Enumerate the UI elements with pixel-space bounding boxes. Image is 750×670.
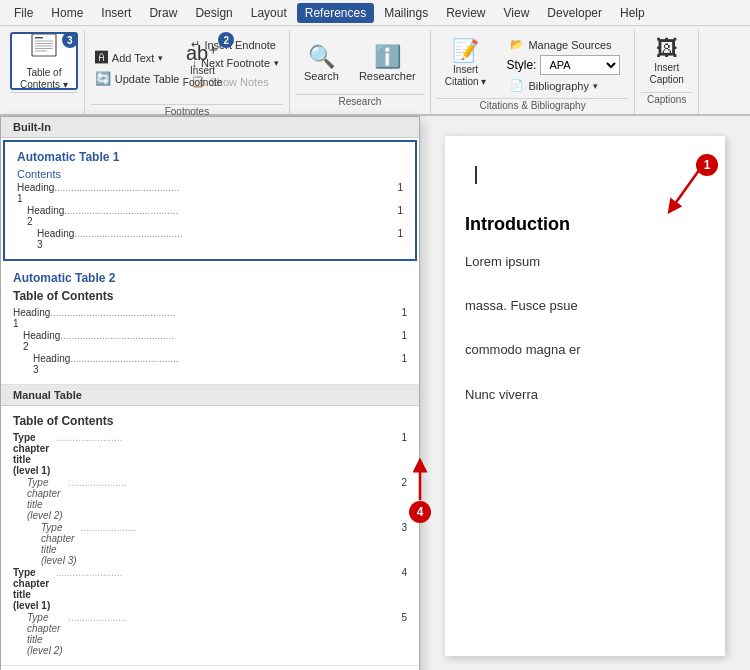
builtin-section-label: Built-In xyxy=(1,117,419,138)
menu-insert[interactable]: Insert xyxy=(93,3,139,23)
bib-icon: 📄 xyxy=(510,79,524,92)
more-tables-link[interactable]: 🌐 More Tables of Contents from Office.co… xyxy=(1,666,419,670)
citations-right: 📂 Manage Sources Style: APA MLA Chicago … xyxy=(498,34,628,96)
callout-4: 4 xyxy=(405,440,475,523)
manual-row-1: Type chapter title (level 1) ...........… xyxy=(13,432,407,476)
toc-button[interactable]: Table ofContents ▾ 3 xyxy=(10,32,78,90)
toc-icon xyxy=(30,31,58,65)
manual-table-title: Table of Contents xyxy=(13,414,407,428)
toc-row-h2: Heading 2 ..............................… xyxy=(17,205,403,227)
update-table-button[interactable]: 🔄 Update Table xyxy=(91,69,184,88)
bibliography-button[interactable]: 📄 Bibliography ▾ xyxy=(506,77,620,94)
doc-body-text: Lorem ipsum massa. Fusce psue commodo ma… xyxy=(465,251,705,406)
toc-group-label xyxy=(10,92,78,95)
manual-row-2: Type chapter title (level 2) ...........… xyxy=(13,477,407,521)
menu-bar: File Home Insert Draw Design Layout Refe… xyxy=(0,0,750,26)
svg-line-8 xyxy=(672,166,702,208)
insert-footnote-button[interactable]: ab⁺ InsertFootnote 2 xyxy=(175,36,230,94)
toc-badge: 3 xyxy=(62,32,78,48)
svg-rect-6 xyxy=(35,51,47,52)
menu-home[interactable]: Home xyxy=(43,3,91,23)
research-group-label: Research xyxy=(296,94,424,108)
toc-btn-label: Table ofContents ▾ xyxy=(20,67,68,91)
auto2-row-h2: Heading 2 ..............................… xyxy=(13,330,407,352)
svg-rect-4 xyxy=(35,46,53,47)
manual-table-option[interactable]: Table of Contents Type chapter title (le… xyxy=(1,406,419,666)
auto-table-1-title: Automatic Table 1 xyxy=(17,150,403,164)
ribbon-group-captions: 🖼 InsertCaption Captions xyxy=(635,30,698,114)
menu-layout[interactable]: Layout xyxy=(243,3,295,23)
search-icon: 🔍 xyxy=(308,44,335,70)
manual-row-5: Type chapter title (level 2) ...........… xyxy=(13,612,407,656)
insert-caption-button[interactable]: 🖼 InsertCaption xyxy=(641,32,691,90)
style-select[interactable]: APA MLA Chicago xyxy=(540,55,620,75)
menu-review[interactable]: Review xyxy=(438,3,493,23)
svg-rect-3 xyxy=(35,43,53,44)
ribbon-group-toc: Table ofContents ▾ 3 xyxy=(4,30,85,114)
add-text-icon: 🅰 xyxy=(95,50,108,65)
auto-table-2-title: Automatic Table 2 xyxy=(13,271,407,285)
menu-help[interactable]: Help xyxy=(612,3,653,23)
ribbon: Table ofContents ▾ 3 🅰 Add Text ▾ 🔄 Upda… xyxy=(0,26,750,116)
researcher-icon: ℹ️ xyxy=(374,44,401,70)
style-label: Style: xyxy=(506,58,536,72)
menu-references[interactable]: References xyxy=(297,3,374,23)
citation-icon: 📝 xyxy=(452,38,479,64)
manual-row-3: Type chapter title (level 3) ...........… xyxy=(13,522,407,566)
toc-row-h1: Heading 1 ..............................… xyxy=(17,182,403,204)
svg-rect-2 xyxy=(35,41,53,42)
citations-group-label: Citations & Bibliography xyxy=(437,98,629,112)
caption-icon: 🖼 xyxy=(656,36,678,62)
menu-mailings[interactable]: Mailings xyxy=(376,3,436,23)
menu-file[interactable]: File xyxy=(6,3,41,23)
ribbon-group-research: 🔍 Search ℹ️ Researcher Research xyxy=(290,30,431,114)
insert-citation-button[interactable]: 📝 InsertCitation ▾ xyxy=(437,34,495,92)
ribbon-group-citations: 📝 InsertCitation ▾ 📂 Manage Sources Styl… xyxy=(431,30,636,114)
manual-row-4: Type chapter title (level 1) ...........… xyxy=(13,567,407,611)
ribbon-group-footnotes: 🅰 Add Text ▾ 🔄 Update Table ↵ Insert End… xyxy=(85,30,290,114)
svg-rect-5 xyxy=(35,48,53,49)
menu-view[interactable]: View xyxy=(496,3,538,23)
update-icon: 🔄 xyxy=(95,71,111,86)
auto-table-1-option[interactable]: Automatic Table 1 Contents Heading 1 ...… xyxy=(3,140,417,261)
auto2-row-h3: Heading 3 ..............................… xyxy=(13,353,407,375)
text-update-stack: 🅰 Add Text ▾ 🔄 Update Table xyxy=(91,34,184,102)
menu-draw[interactable]: Draw xyxy=(141,3,185,23)
manage-icon: 📂 xyxy=(510,38,524,51)
style-row: Style: APA MLA Chicago xyxy=(506,55,620,75)
toc-dropdown: Built-In Automatic Table 1 Contents Head… xyxy=(0,116,420,670)
menu-developer[interactable]: Developer xyxy=(539,3,610,23)
auto-table-2-contents-label: Table of Contents xyxy=(13,289,407,303)
manage-sources-button[interactable]: 📂 Manage Sources xyxy=(506,36,620,53)
auto-table-1-contents-label: Contents xyxy=(17,168,403,180)
captions-group-label: Captions xyxy=(641,92,691,106)
auto2-row-h1: Heading 1 ..............................… xyxy=(13,307,407,329)
toc-row-h3: Heading 3 ..............................… xyxy=(17,228,403,250)
manual-section-label: Manual Table xyxy=(1,385,419,406)
footnote-icon: ab⁺ xyxy=(186,41,219,65)
researcher-button[interactable]: ℹ️ Researcher xyxy=(351,34,424,92)
add-text-button[interactable]: 🅰 Add Text ▾ xyxy=(91,48,184,67)
svg-rect-1 xyxy=(35,37,43,39)
auto-table-2-option[interactable]: Automatic Table 2 Table of Contents Head… xyxy=(1,263,419,385)
search-button[interactable]: 🔍 Search xyxy=(296,34,347,92)
menu-design[interactable]: Design xyxy=(187,3,240,23)
